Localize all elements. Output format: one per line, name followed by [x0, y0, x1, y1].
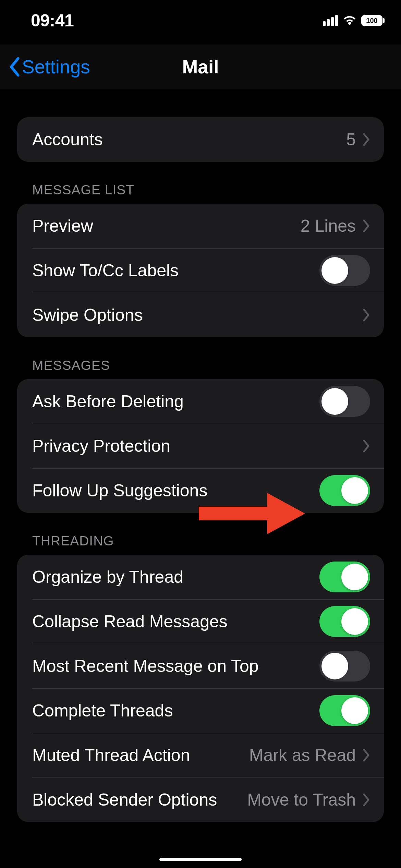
group-header-message-list: MESSAGE LIST — [17, 162, 384, 204]
status-bar: 09:41 100 — [0, 0, 401, 41]
chevron-right-icon — [363, 133, 370, 146]
chevron-left-icon — [8, 57, 21, 77]
toggle-complete-threads[interactable] — [319, 695, 370, 726]
nav-bar: Settings Mail — [0, 45, 401, 89]
toggle-follow-up-suggestions[interactable] — [319, 475, 370, 506]
row-accounts[interactable]: Accounts 5 — [17, 117, 384, 162]
status-time: 09:41 — [31, 11, 74, 31]
row-privacy-protection[interactable]: Privacy Protection — [17, 424, 384, 468]
row-label: Muted Thread Action — [32, 745, 249, 765]
row-label: Swipe Options — [32, 305, 363, 325]
row-label: Collapse Read Messages — [32, 612, 319, 631]
wifi-icon — [343, 15, 356, 26]
group-threading: Organize by Thread Collapse Read Message… — [17, 555, 384, 822]
row-label: Show To/Cc Labels — [32, 261, 319, 280]
row-label: Follow Up Suggestions — [32, 481, 319, 501]
row-label: Complete Threads — [32, 701, 319, 721]
home-indicator[interactable] — [159, 858, 242, 861]
chevron-right-icon — [363, 793, 370, 806]
row-label: Blocked Sender Options — [32, 790, 247, 810]
status-icons: 100 — [323, 15, 385, 26]
toggle-ask-before-deleting[interactable] — [319, 386, 370, 417]
row-muted-thread-action[interactable]: Muted Thread Action Mark as Read — [17, 733, 384, 777]
row-ask-before-deleting[interactable]: Ask Before Deleting — [17, 379, 384, 424]
page-title: Mail — [182, 56, 219, 78]
back-label: Settings — [22, 56, 90, 78]
row-value: Mark as Read — [249, 745, 356, 765]
row-preview[interactable]: Preview 2 Lines — [17, 204, 384, 248]
row-blocked-sender-options[interactable]: Blocked Sender Options Move to Trash — [17, 777, 384, 822]
row-value: Move to Trash — [247, 790, 356, 810]
row-value: 5 — [346, 130, 356, 149]
row-show-tocc[interactable]: Show To/Cc Labels — [17, 248, 384, 293]
group-message-list: Preview 2 Lines Show To/Cc Labels Swipe … — [17, 204, 384, 337]
toggle-organize-by-thread[interactable] — [319, 562, 370, 592]
row-complete-threads[interactable]: Complete Threads — [17, 688, 384, 733]
cellular-icon — [323, 15, 338, 26]
row-label: Accounts — [32, 130, 346, 149]
row-label: Privacy Protection — [32, 436, 363, 456]
row-swipe-options[interactable]: Swipe Options — [17, 293, 384, 337]
row-collapse-read[interactable]: Collapse Read Messages — [17, 599, 384, 644]
row-label: Preview — [32, 216, 301, 236]
chevron-right-icon — [363, 439, 370, 453]
group-header-threading: THREADING — [17, 513, 384, 555]
row-organize-by-thread[interactable]: Organize by Thread — [17, 555, 384, 599]
row-recent-on-top[interactable]: Most Recent Message on Top — [17, 644, 384, 688]
group-header-messages: MESSAGES — [17, 337, 384, 379]
row-label: Organize by Thread — [32, 567, 319, 587]
battery-level: 100 — [361, 15, 382, 26]
toggle-show-tocc[interactable] — [319, 255, 370, 286]
chevron-right-icon — [363, 309, 370, 322]
group-accounts: Accounts 5 — [17, 117, 384, 162]
row-label: Ask Before Deleting — [32, 391, 319, 411]
battery-icon: 100 — [361, 15, 385, 26]
chevron-right-icon — [363, 219, 370, 232]
back-button[interactable]: Settings — [8, 56, 90, 78]
row-follow-up-suggestions[interactable]: Follow Up Suggestions — [17, 468, 384, 513]
chevron-right-icon — [363, 749, 370, 762]
row-label: Most Recent Message on Top — [32, 656, 319, 676]
toggle-collapse-read[interactable] — [319, 606, 370, 637]
toggle-recent-on-top[interactable] — [319, 651, 370, 682]
row-value: 2 Lines — [301, 216, 356, 236]
group-messages: Ask Before Deleting Privacy Protection F… — [17, 379, 384, 513]
